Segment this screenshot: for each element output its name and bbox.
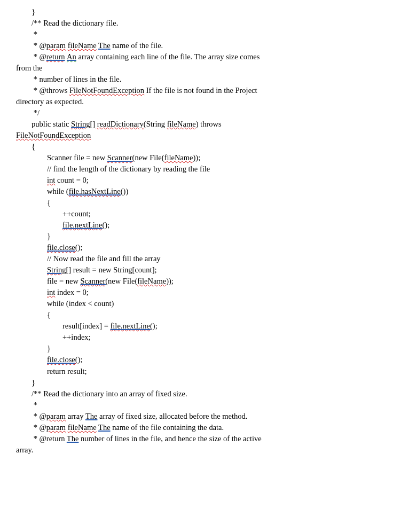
text: result = new String[count]; [71, 265, 156, 274]
code-line: * @return The number of lines in the fil… [0, 433, 393, 444]
text: * @throws [16, 86, 69, 95]
code-line: int index = 0; [0, 287, 393, 298]
text: )); [193, 153, 201, 162]
code-line: result[index] = file.nextLine(file.nextL… [0, 320, 393, 332]
spellcheck-filename: fileName [68, 423, 97, 432]
text: new File( [108, 277, 137, 285]
code-line: array. [0, 444, 393, 456]
code-line: while (file.hasNextLine(file.hasNextLine… [0, 186, 393, 197]
grammar-the: The [67, 434, 79, 443]
text: name of the file. [111, 41, 163, 50]
code-line: /** Read the dictionary into an array of… [0, 388, 393, 400]
spellcheck-string-array: String[]String[] [47, 264, 71, 276]
spellcheck-fileclose: file.close(file.close( [47, 354, 78, 365]
code-line: file = new Scanner(Scanner(new File(file… [0, 276, 393, 287]
text [16, 355, 47, 364]
code-line: * number of lines in the file. [0, 74, 393, 85]
spellcheck-nextline: file.nextLine(file.nextLine( [62, 220, 105, 231]
code-line: // Now read the file and fill the array [0, 253, 393, 264]
spellcheck-param: param [46, 423, 66, 432]
code-line: Scanner file = new Scanner(Scanner(new F… [0, 152, 393, 163]
text: * @ [16, 423, 46, 432]
spellcheck-fileclose: file.close(file.close( [47, 242, 78, 253]
text: ); [78, 355, 83, 364]
text: String [146, 120, 167, 128]
spellcheck-scanner: Scanner(Scanner( [107, 152, 135, 163]
code-line: String[]String[] result = new String[cou… [0, 264, 393, 276]
spellcheck-param: param [46, 412, 66, 420]
spellcheck-nextline: file.nextLine(file.nextLine( [111, 320, 153, 332]
code-line: * @throws FileNotFoundException If the f… [0, 85, 393, 96]
code-line: file.close(file.close(); [0, 242, 393, 253]
code-line: } [0, 377, 393, 388]
grammar-an: AnAn [67, 51, 76, 62]
code-line: } [0, 6, 393, 18]
spellcheck-filename: fileName [137, 277, 166, 285]
grammar-the: The [98, 41, 111, 50]
text: number of lines in the file, and hence t… [78, 434, 261, 443]
code-line: /** Read the dictionary file. [0, 18, 393, 29]
spellcheck-filename: fileName [167, 120, 196, 128]
spellcheck-param: param [46, 41, 66, 50]
code-line: int count = 0; [0, 175, 393, 186]
text: * @ [16, 41, 46, 50]
spellcheck-exception: FileNotFoundException [69, 86, 144, 95]
code-line: { [0, 309, 393, 320]
grammar-the: The [98, 423, 111, 432]
text [16, 221, 62, 229]
spellcheck-hasnextline: file.hasNextLine(file.hasNextLine( [69, 186, 123, 197]
code-line: } [0, 343, 393, 354]
text: result[index] = [16, 322, 111, 330]
text: * @ [16, 412, 46, 420]
code-line: * @returnreturn AnAn array containing ea… [0, 51, 393, 62]
spellcheck-scanner: Scanner(Scanner( [81, 276, 108, 287]
code-line: // find the length of the dictionary by … [0, 163, 393, 175]
text: public static [16, 120, 71, 128]
text: array [68, 412, 85, 420]
text: file = new [16, 277, 81, 285]
code-line: * @param fileName The name of the file c… [0, 422, 393, 433]
code-line: return result; [0, 366, 393, 377]
spellcheck-filename: fileName [164, 153, 193, 162]
spellcheck-return: returnreturn [46, 51, 65, 62]
text: ); [105, 221, 109, 229]
code-line: * [0, 400, 393, 411]
code-line: from the [0, 62, 393, 74]
text: array of fixed size, allocated before th… [97, 412, 247, 420]
text: ) throws [196, 120, 222, 128]
text: name of the file containing the data. [111, 423, 224, 432]
code-line: */ [0, 107, 393, 119]
code-line: FileNotFoundException [0, 130, 393, 141]
code-line: file.nextLine(file.nextLine(); [0, 220, 393, 231]
text: index = 0; [55, 288, 89, 296]
grammar-the: The [85, 412, 98, 420]
text: * @ [16, 52, 46, 61]
text: * @return [16, 434, 67, 443]
code-line: file.close(file.close(); [0, 354, 393, 365]
text: count = 0; [55, 176, 89, 184]
code-line: public static String[]String[] readDicti… [0, 119, 393, 130]
code-line: * @param fileName The name of the file. [0, 40, 393, 51]
text: ); [153, 322, 158, 330]
code-line: directory as expected. [0, 96, 393, 107]
spellcheck-filenotfound: FileNotFoundException [16, 131, 91, 139]
text [16, 288, 47, 296]
spellcheck-filename: fileName [68, 41, 97, 50]
text [16, 176, 47, 184]
code-line: { [0, 141, 393, 152]
code-line: ++index; [0, 332, 393, 343]
text: new File( [135, 153, 164, 162]
code-line: { [0, 197, 393, 208]
text: array containing each line of the file. … [76, 52, 260, 61]
spellcheck-int: int [47, 176, 55, 184]
text [16, 265, 47, 274]
spellcheck-int: int [47, 288, 55, 296]
text: while ( [16, 187, 69, 195]
code-line: * [0, 29, 393, 40]
code-line: } [0, 231, 393, 242]
text: ); [78, 243, 83, 252]
spellcheck-readdictionary: readDictionary( [97, 120, 146, 128]
text: )); [166, 277, 174, 285]
text: If the file is not found in the Project [144, 86, 257, 95]
code-line: while (index < count) [0, 298, 393, 309]
